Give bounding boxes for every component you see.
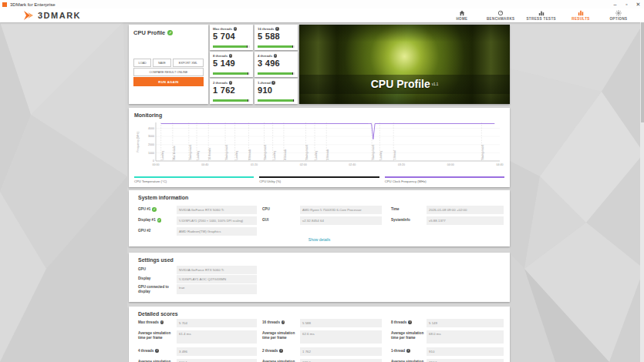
svg-text:Saving result: Saving result — [225, 145, 228, 159]
tile-score: 5 149 — [213, 59, 250, 68]
info-icon[interactable]: i — [408, 320, 412, 324]
check-icon: ✓ — [152, 207, 157, 212]
score-bar — [213, 45, 250, 48]
svg-text:Saving result: Saving result — [481, 145, 484, 159]
content-area: CPU Profile ✓ LOAD SAVE EXPORT XML COMPA… — [0, 22, 644, 362]
nav-item-home[interactable]: HOME — [449, 10, 475, 21]
legend-label: CPU Temperature (°C) — [134, 179, 254, 183]
scrollbar-thumb[interactable] — [641, 22, 644, 122]
legend-swatch-utility — [259, 176, 379, 179]
run-again-button[interactable]: RUN AGAIN — [133, 77, 204, 86]
tile-label: 16 threads — [258, 27, 275, 31]
detail-avg-8-threads: 68.0 ms — [427, 330, 504, 344]
export-xml-button[interactable]: EXPORT XML — [173, 59, 204, 67]
nav-item-benchmarks[interactable]: BENCHMARKS — [487, 10, 515, 21]
gui-label: GUI — [262, 218, 268, 222]
window-title: 3DMark for Enterprise — [10, 2, 56, 7]
display1-value: \\.\DISPLAY1 (2560 × 1440, 100% DPI scal… — [177, 216, 257, 225]
svg-text:Loading: Loading — [235, 151, 238, 160]
gpu1-value: NVIDIA GeForce RTX 5060 Ti — [177, 206, 257, 214]
systeminfo-value: v5.88.1377 — [427, 216, 504, 225]
svg-text:02:40: 02:40 — [349, 163, 356, 166]
detail-score-16-threads: 5 588 — [300, 319, 382, 327]
hero-version: v1.1 — [432, 82, 439, 86]
legend-swatch-temperature — [134, 176, 254, 179]
score-tile-2-threads: 2 threadsi 1 762 — [210, 79, 253, 104]
info-icon[interactable]: i — [155, 349, 159, 353]
maximize-button[interactable]: ▫ — [621, 0, 632, 8]
avg-sim-label: Average simulation time per frame — [262, 331, 298, 340]
results-icon — [578, 10, 584, 16]
svg-text:Loading: Loading — [379, 151, 383, 160]
svg-text:04:40: 04:40 — [497, 163, 504, 166]
detail-score-8-threads: 5 149 — [427, 319, 504, 327]
info-icon[interactable]: i — [234, 27, 238, 31]
nav-item-stress-tests[interactable]: STRESS TESTS — [526, 10, 556, 21]
nav-item-options[interactable]: OPTIONS — [605, 10, 632, 21]
info-icon[interactable]: i — [282, 320, 285, 324]
nav-label: HOME — [456, 17, 467, 21]
settings-gpu-label: GPU — [138, 267, 146, 271]
detail-label-4-threads: 4 threadsi — [138, 349, 159, 353]
benchmarks-icon — [497, 10, 504, 16]
close-button[interactable]: ✕ — [632, 0, 644, 8]
nav-label: OPTIONS — [609, 17, 627, 21]
tile-label: Max threads — [213, 27, 232, 31]
options-icon — [615, 10, 622, 16]
detail-label-2-threads: 2 threadsi — [262, 349, 283, 353]
info-icon[interactable]: i — [271, 81, 275, 85]
info-icon[interactable]: i — [160, 320, 164, 324]
detail-avg-max-threads: 61.4 ms — [177, 330, 257, 344]
score-tile-16-threads: 16 threadsi 5 588 — [255, 25, 298, 50]
score-bar — [213, 99, 250, 102]
minimize-button[interactable]: – — [609, 0, 621, 8]
monitoring-legend-item: CPU Utility (%) — [259, 176, 379, 184]
legend-swatch-clock-frequency — [385, 176, 504, 179]
check-icon: ✓ — [157, 218, 162, 223]
monitoring-title: Monitoring — [134, 112, 504, 118]
time-label: Time — [391, 207, 400, 211]
show-details-link[interactable]: Show details — [129, 237, 510, 242]
compare-result-online-button[interactable]: COMPARE RESULT ONLINE — [133, 68, 204, 76]
cpu-value: AMD Ryzen 5 7500X3D 6-Core Processor — [300, 206, 382, 214]
info-icon[interactable]: i — [274, 54, 278, 58]
monitoring-legend: CPU Temperature (°C) CPU Utility (%) CPU… — [134, 176, 504, 184]
gpu1-label: GPU #1✓ — [138, 207, 157, 212]
legend-label: CPU Utility (%) — [259, 179, 379, 183]
svg-text:Saving result: Saving result — [305, 145, 309, 159]
svg-text:1000: 1000 — [148, 152, 154, 155]
detail-avg-2-threads: 198.6 ms — [300, 359, 382, 362]
save-button[interactable]: SAVE — [153, 59, 170, 67]
svg-text:4000: 4000 — [148, 127, 154, 130]
legend-label: CPU Clock Frequency (MHz) — [385, 179, 504, 183]
svg-text:3000: 3000 — [148, 135, 154, 138]
tile-score: 3 496 — [258, 59, 295, 68]
info-icon[interactable]: i — [279, 349, 283, 353]
info-icon[interactable]: i — [229, 54, 233, 58]
settings-display-value: \\.\DISPLAY1 AOC Q27G3XMN — [177, 275, 257, 283]
settings-display-label: Display — [138, 277, 150, 280]
svg-text:Saving result: Saving result — [264, 145, 267, 159]
score-bar — [213, 72, 250, 75]
info-icon[interactable]: i — [406, 349, 410, 353]
nav-item-results[interactable]: RESULTS — [568, 10, 594, 21]
3dmark-logo-text: 3DMARK — [38, 11, 81, 20]
svg-text:Frequency (MHz): Frequency (MHz) — [137, 131, 140, 152]
detail-avg-4-threads: 100.1 ms — [177, 359, 257, 362]
detail-avg-16-threads: 62.6 ms — [300, 330, 382, 344]
monitoring-legend-item: CPU Clock Frequency (MHz) — [385, 176, 504, 184]
svg-text:04:00: 04:00 — [447, 163, 454, 166]
time-value: 2026-01-08 09:00 +02:00 — [427, 206, 504, 214]
load-button[interactable]: LOAD — [133, 59, 151, 67]
info-icon[interactable]: i — [229, 81, 233, 85]
detail-score-2-threads: 1 762 — [300, 347, 382, 356]
gui-value: v2.32.8454 64 — [300, 216, 382, 225]
svg-text:Saving result: Saving result — [189, 145, 192, 159]
home-icon — [459, 10, 465, 16]
info-icon[interactable]: i — [275, 27, 279, 31]
detail-label-1-thread: 1-threadi — [391, 349, 410, 353]
score-bar — [258, 45, 295, 48]
detailed-scores-card: Detailed scores Max threadsi 5 704 Avera… — [129, 307, 510, 362]
result-title: CPU Profile — [133, 29, 165, 36]
nav-label: RESULTS — [572, 17, 589, 21]
